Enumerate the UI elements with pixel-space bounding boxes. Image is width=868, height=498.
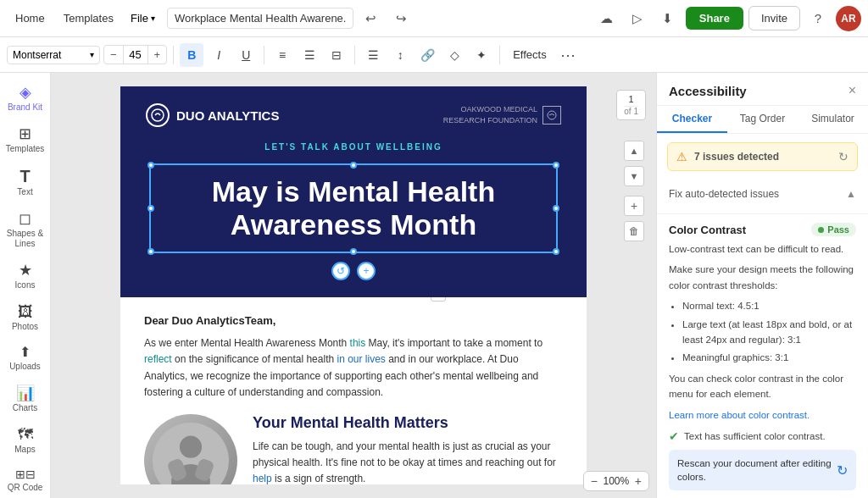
main-heading[interactable]: May is Mental Health Awareness Month — [151, 165, 556, 252]
handle-tm — [350, 162, 357, 169]
success-text: Text has sufficient color contrast. — [684, 431, 826, 441]
font-size-decrease-button[interactable]: − — [104, 46, 123, 64]
issues-count: 7 issues detected — [694, 151, 832, 163]
italic-button[interactable]: I — [207, 43, 231, 67]
document-title-input[interactable] — [167, 8, 353, 29]
present-icon[interactable]: ▷ — [625, 6, 650, 31]
fix-issues-header: Fix auto-detected issues ▲ — [669, 188, 856, 200]
templates-nav[interactable]: Templates — [55, 8, 122, 28]
panel-close-button[interactable]: × — [849, 83, 856, 98]
heading-selection-wrapper[interactable]: May is Mental Health Awareness Month — [146, 160, 561, 257]
sidebar-item-text[interactable]: T Text — [3, 163, 47, 202]
font-family-select[interactable]: Montserrat ▾ — [7, 46, 100, 64]
tab-simulator[interactable]: Simulator — [798, 106, 868, 133]
accessibility-panel: Accessibility × Checker Tag Order Simula… — [656, 73, 868, 498]
separator — [264, 46, 264, 64]
undo-button[interactable]: ↩ — [359, 6, 384, 31]
effects-label[interactable]: Effects — [506, 45, 554, 64]
tab-checker[interactable]: Checker — [657, 106, 727, 133]
warning-icon: ⚠ — [676, 150, 687, 163]
rescan-box: Rescan your document after editing color… — [669, 450, 856, 490]
scroll-down-button[interactable]: ▼ — [624, 166, 643, 186]
link-button[interactable]: 🔗 — [415, 43, 439, 67]
delete-page-button[interactable]: 🗑 — [624, 221, 643, 241]
duo-logo-icon — [146, 103, 170, 127]
separator — [173, 46, 174, 64]
redo-button[interactable]: ↪ — [389, 6, 415, 31]
oakwood-line2: RESEARCH FOUNDATION — [443, 115, 537, 126]
align-left-button[interactable]: ≡ — [270, 43, 294, 67]
body-paragraph: As we enter Mental Health Awareness Mont… — [144, 335, 563, 401]
share-button[interactable]: Share — [686, 7, 743, 30]
canvas-area[interactable]: 1 of 1 ▲ ▼ − 100% + ◀ + 🗑 — [51, 73, 656, 498]
duo-analytics-logo: DUO ANALYTICS — [146, 103, 279, 127]
sidebar-label-maps: Maps — [14, 445, 35, 455]
selection-controls: ↺ + — [146, 262, 561, 280]
sidebar-item-charts[interactable]: 📊 Charts — [3, 380, 47, 418]
separator — [499, 46, 500, 64]
topbar: Home Templates File ▾ ↩ ↪ ☁ ▷ ⬇ Share In… — [0, 0, 868, 37]
document-header: DUO ANALYTICS OAKWOOD MEDICAL RESEARCH F… — [120, 86, 587, 297]
bold-button[interactable]: B — [180, 43, 203, 67]
rescan-button[interactable]: ↻ — [837, 462, 848, 479]
header-logos: DUO ANALYTICS OAKWOOD MEDICAL RESEARCH F… — [146, 103, 561, 127]
add-page-button[interactable]: + — [624, 196, 643, 216]
panel-header: Accessibility × — [657, 73, 868, 106]
tab-tag-order[interactable]: Tag Order — [727, 106, 798, 133]
handle-ml — [147, 205, 154, 212]
text-columns-button[interactable]: ⊟ — [325, 43, 348, 67]
feature-content: Your Mental Health Matters Life can be t… — [253, 414, 563, 484]
highlight-this: this — [350, 337, 366, 349]
feature-title: Your Mental Health Matters — [253, 414, 563, 432]
sidebar-item-shapes[interactable]: ◻ Shapes & Lines — [3, 206, 47, 254]
color-contrast-desc: Low-contrast text can be difficult to re… — [669, 241, 856, 257]
learn-more-link[interactable]: Learn more about color contrast. — [669, 407, 856, 423]
topbar-nav: Home Templates File ▾ — [7, 8, 162, 28]
font-size-increase-button[interactable]: + — [148, 46, 167, 64]
line-spacing-button[interactable]: ↕ — [388, 43, 412, 67]
file-nav[interactable]: File ▾ — [124, 8, 162, 28]
avatar[interactable]: AR — [836, 6, 861, 31]
sidebar-item-templates[interactable]: ⊞ Templates — [3, 121, 47, 159]
svg-point-0 — [152, 109, 164, 121]
oakwood-line1: OAKWOOD MEDICAL — [443, 104, 537, 115]
sidebar-item-uploads[interactable]: ⬆ Uploads — [3, 340, 47, 377]
invite-button[interactable]: Invite — [748, 6, 800, 30]
panel-title: Accessibility — [669, 84, 747, 98]
help-icon[interactable]: ? — [805, 6, 831, 31]
chevron-up-icon[interactable]: ▲ — [846, 188, 856, 200]
align-list-button[interactable]: ☰ — [298, 43, 321, 67]
page-number: 1 — [624, 94, 638, 104]
zoom-in-button[interactable]: + — [635, 474, 642, 484]
duo-analytics-text: DUO ANALYTICS — [176, 108, 279, 123]
underline-button[interactable]: U — [234, 43, 258, 67]
selection-rotate-right[interactable]: + — [357, 262, 376, 280]
selection-rotate-left[interactable]: ↺ — [331, 262, 350, 280]
magic-button[interactable]: ✦ — [470, 43, 493, 67]
home-nav[interactable]: Home — [7, 8, 53, 28]
sidebar-item-brand-kit[interactable]: ◈ Brand Kit — [3, 80, 47, 118]
sidebar-item-icons[interactable]: ★ Icons — [3, 257, 47, 296]
color-contrast-note: You can check color contrast in the colo… — [669, 371, 856, 402]
download-icon[interactable]: ⬇ — [655, 6, 681, 31]
document-body: Dear Duo AnalyticsTeam, As we enter Ment… — [120, 297, 587, 484]
highlight-in-our-lives: in our lives — [337, 353, 385, 365]
more-options-button[interactable]: ⋯ — [557, 44, 579, 66]
sidebar-item-photos[interactable]: 🖼 Photos — [3, 299, 47, 337]
cloud-icon[interactable]: ☁ — [594, 6, 620, 31]
refresh-issues-button[interactable]: ↻ — [838, 150, 849, 163]
handle-br — [553, 248, 559, 255]
sidebar-label-qrcode: QR Code — [8, 483, 43, 493]
page-of: of 1 — [624, 106, 638, 116]
chevron-down-icon: ▾ — [90, 50, 94, 59]
sidebar-item-maps[interactable]: 🗺 Maps — [3, 422, 47, 460]
scroll-up-button[interactable]: ▲ — [624, 141, 643, 161]
uploads-icon: ⬆ — [19, 346, 31, 359]
color-contrast-section: Color Contrast Pass Low-contrast text ca… — [657, 214, 868, 498]
threshold-list: Normal text: 4.5:1 Large text (at least … — [669, 298, 856, 366]
align-center-button[interactable]: ☰ — [361, 43, 385, 67]
zoom-out-button[interactable]: − — [591, 474, 598, 484]
fix-issues-label: Fix auto-detected issues — [669, 188, 779, 200]
sidebar-item-qrcode[interactable]: ⊞⊟ QR Code — [3, 463, 47, 498]
style-button[interactable]: ◇ — [442, 43, 466, 67]
